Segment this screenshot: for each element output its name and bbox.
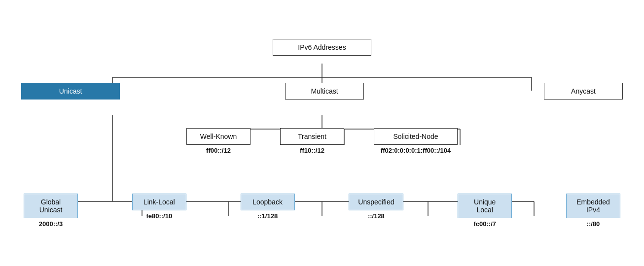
wellknown-box: Well-Known bbox=[186, 128, 250, 145]
multicast-label: Multicast bbox=[311, 87, 338, 95]
loopback-box: Loopback bbox=[241, 194, 295, 210]
transient-address: ff10::/12 bbox=[300, 147, 324, 154]
anycast-box: Anycast bbox=[544, 83, 623, 100]
solicitednode-address: ff02:0:0:0:0:1:ff00::/104 bbox=[381, 147, 451, 154]
loopback-label: Loopback bbox=[252, 198, 283, 206]
wellknown-label: Well-Known bbox=[200, 133, 237, 140]
linklocal-label: Link-Local bbox=[143, 198, 175, 206]
globalunicast-node: GlobalUnicast 2000::/3 bbox=[24, 194, 78, 228]
linklocal-node: Link-Local fe80::/10 bbox=[132, 194, 186, 220]
anycast-node: Anycast bbox=[544, 83, 623, 100]
transient-label: Transient bbox=[298, 133, 326, 140]
loopback-node: Loopback ::1/128 bbox=[241, 194, 295, 220]
ipv6-diagram: IPv6 Addresses Unicast Multicast Anycast bbox=[16, 39, 628, 228]
loopback-address: ::1/128 bbox=[257, 212, 278, 220]
embeddedipv4-node: EmbeddedIPv4 ::/80 bbox=[566, 194, 620, 228]
wellknown-node: Well-Known ff00::/12 bbox=[186, 128, 250, 154]
solicitednode-node: Solicited-Node ff02:0:0:0:0:1:ff00::/104 bbox=[374, 128, 458, 154]
uniquelocal-address: fc00::/7 bbox=[473, 220, 496, 228]
globalunicast-box: GlobalUnicast bbox=[24, 194, 78, 218]
root-box: IPv6 Addresses bbox=[273, 39, 371, 56]
unspecified-address: ::/128 bbox=[368, 212, 385, 220]
embeddedipv4-address: ::/80 bbox=[587, 220, 600, 228]
multicast-node: Multicast bbox=[285, 83, 364, 100]
uniquelocal-box: UniqueLocal bbox=[458, 194, 512, 218]
linklocal-address: fe80::/10 bbox=[146, 212, 172, 220]
solicitednode-label: Solicited-Node bbox=[393, 133, 438, 140]
embeddedipv4-box: EmbeddedIPv4 bbox=[566, 194, 620, 218]
globalunicast-address: 2000::/3 bbox=[39, 220, 63, 228]
unspecified-box: Unspecified bbox=[349, 194, 403, 210]
unspecified-label: Unspecified bbox=[358, 198, 394, 206]
transient-node: Transient ff10::/12 bbox=[280, 128, 344, 154]
root-node: IPv6 Addresses bbox=[273, 39, 371, 56]
unicast-label: Unicast bbox=[59, 87, 82, 95]
solicitednode-box: Solicited-Node bbox=[374, 128, 458, 145]
wellknown-address: ff00::/12 bbox=[206, 147, 231, 154]
unspecified-node: Unspecified ::/128 bbox=[349, 194, 403, 220]
anycast-label: Anycast bbox=[571, 87, 596, 95]
multicast-box: Multicast bbox=[285, 83, 364, 100]
root-label: IPv6 Addresses bbox=[298, 43, 346, 51]
linklocal-box: Link-Local bbox=[132, 194, 186, 210]
unicast-box: Unicast bbox=[21, 83, 120, 100]
unicast-node: Unicast bbox=[21, 83, 120, 100]
uniquelocal-node: UniqueLocal fc00::/7 bbox=[458, 194, 512, 228]
transient-box: Transient bbox=[280, 128, 344, 145]
